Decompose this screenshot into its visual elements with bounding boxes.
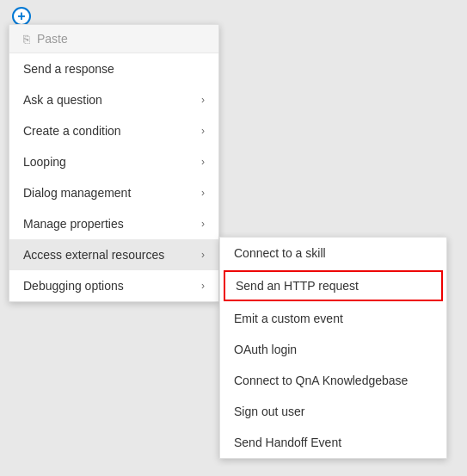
submenu-item-label: Send Handoff Event (234, 436, 341, 449)
submenu-item-send-http-request[interactable]: Send an HTTP request (224, 270, 443, 301)
menu-item-create-condition[interactable]: Create a condition › (9, 115, 218, 146)
submenu: Connect to a skill Send an HTTP request … (219, 237, 447, 459)
menu-item-send-response[interactable]: Send a response (9, 53, 218, 84)
submenu-item-label: Send an HTTP request (236, 279, 359, 293)
submenu-item-oauth-login[interactable]: OAuth login (220, 334, 446, 365)
submenu-item-label: Connect to QnA Knowledgebase (234, 374, 408, 387)
menu-item-label: Manage properties (23, 217, 124, 231)
chevron-icon: › (201, 187, 205, 199)
submenu-item-connect-qna[interactable]: Connect to QnA Knowledgebase (220, 365, 446, 396)
menu-item-ask-question[interactable]: Ask a question › (9, 84, 218, 115)
menu-item-label: Send a response (23, 62, 114, 76)
context-menu: ⎘ Paste Send a response Ask a question ›… (9, 24, 219, 302)
menu-item-manage-properties[interactable]: Manage properties › (9, 208, 218, 239)
paste-icon: ⎘ (23, 33, 30, 46)
submenu-item-label: Sign out user (234, 405, 305, 418)
menu-item-access-external-resources[interactable]: Access external resources › (9, 239, 218, 270)
submenu-item-send-handoff-event[interactable]: Send Handoff Event (220, 427, 446, 458)
add-button[interactable]: + (12, 7, 31, 26)
menu-item-label: Create a condition (23, 124, 121, 138)
chevron-icon: › (201, 125, 205, 137)
menu-item-looping[interactable]: Looping › (9, 146, 218, 177)
paste-item[interactable]: ⎘ Paste (9, 25, 218, 53)
plus-icon: + (17, 9, 25, 24)
submenu-item-label: Emit a custom event (234, 312, 343, 325)
paste-label: Paste (37, 32, 68, 46)
submenu-item-connect-to-skill[interactable]: Connect to a skill (220, 238, 446, 269)
menu-item-label: Access external resources (23, 248, 164, 262)
menu-item-label: Dialog management (23, 186, 131, 200)
menu-item-label: Looping (23, 155, 66, 169)
chevron-icon: › (201, 94, 205, 106)
chevron-icon: › (201, 280, 205, 292)
menu-item-label: Debugging options (23, 279, 124, 293)
chevron-icon: › (201, 218, 205, 230)
menu-item-label: Ask a question (23, 93, 102, 107)
submenu-item-sign-out-user[interactable]: Sign out user (220, 396, 446, 427)
submenu-item-label: Connect to a skill (234, 246, 326, 260)
chevron-icon: › (201, 156, 205, 168)
menu-item-dialog-management[interactable]: Dialog management › (9, 177, 218, 208)
chevron-icon: › (201, 249, 205, 261)
menu-item-debugging-options[interactable]: Debugging options › (9, 270, 218, 301)
submenu-item-emit-custom-event[interactable]: Emit a custom event (220, 303, 446, 334)
submenu-item-label: OAuth login (234, 343, 297, 356)
